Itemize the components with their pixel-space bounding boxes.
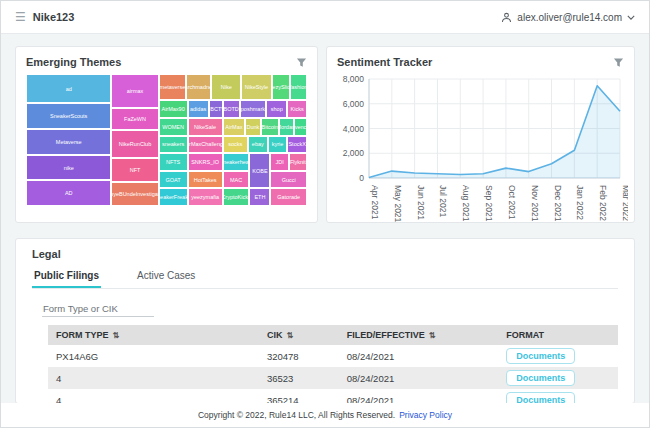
- treemap-tile[interactable]: MAC: [223, 171, 250, 189]
- col-header-form-type[interactable]: FORM TYPE⇅: [48, 325, 259, 345]
- treemap-tile[interactable]: AD: [26, 180, 111, 206]
- treemap-tile[interactable]: BOTD: [223, 100, 240, 118]
- treemap-tile[interactable]: SNKRS_IO: [188, 153, 223, 171]
- treemap-tile[interactable]: SneakerScouts: [26, 103, 111, 129]
- svg-text:Oct 2021: Oct 2021: [507, 185, 517, 220]
- treemap-tile[interactable]: NikeSale: [188, 118, 223, 136]
- tab-active-cases[interactable]: Active Cases: [135, 266, 197, 288]
- filter-icon[interactable]: [296, 57, 307, 68]
- filings-table: FORM TYPE⇅ CIK⇅ FILED/EFFECTIVE⇅ FORMAT …: [48, 325, 618, 403]
- svg-text:2,000: 2,000: [343, 148, 365, 158]
- format-cell: Documents: [498, 389, 618, 403]
- treemap-tile[interactable]: KanyeBUndeInvestigation: [111, 182, 158, 206]
- user-email: alex.oliver@rule14.com: [517, 12, 622, 23]
- treemap-tile[interactable]: marchmadness: [186, 74, 211, 100]
- treemap-tile[interactable]: ad: [26, 74, 111, 103]
- svg-text:May 2021: May 2021: [393, 185, 403, 223]
- format-cell: Documents: [498, 345, 618, 367]
- treemap-tile[interactable]: fashion: [290, 74, 307, 100]
- cik-cell: 36523: [259, 367, 339, 389]
- treemap-tile[interactable]: StockX: [287, 136, 307, 154]
- treemap-tile[interactable]: Flyknit: [289, 153, 307, 171]
- treemap-tile[interactable]: Givenchy: [294, 118, 307, 136]
- treemap-tile[interactable]: metaverse: [159, 74, 187, 100]
- treemap-tile[interactable]: Gatorade: [270, 188, 307, 206]
- svg-text:Aug 2021: Aug 2021: [461, 185, 471, 222]
- treemap-tile[interactable]: Gucci: [270, 171, 307, 189]
- svg-text:Jan 2022: Jan 2022: [575, 185, 585, 220]
- form-type-cell: 4: [48, 367, 259, 389]
- treemap-tile[interactable]: Kicks: [287, 100, 307, 118]
- sentiment-tracker-card: Sentiment Tracker 02,0004,0006,0008,000A…: [326, 46, 635, 223]
- sentiment-chart: 02,0004,0006,0008,000Apr 2021May 2021Jun…: [327, 74, 634, 232]
- treemap-tile[interactable]: nike: [26, 155, 111, 180]
- treemap-tile[interactable]: AirMax: [223, 118, 245, 136]
- cik-cell: 365214: [259, 389, 339, 403]
- treemap-tile[interactable]: HotTakes: [188, 171, 223, 189]
- sort-icon: ⇅: [429, 331, 436, 340]
- svg-text:Jun 2021: Jun 2021: [416, 185, 426, 220]
- svg-text:Dec 2021: Dec 2021: [553, 185, 563, 222]
- treemap-tile[interactable]: NikeStyle: [241, 74, 272, 100]
- treemap-tile[interactable]: NBCTV: [209, 100, 223, 118]
- treemap-tile[interactable]: JDI: [270, 153, 288, 171]
- filter-icon[interactable]: [613, 57, 624, 68]
- themes-treemap: adSneakerScoutsMetaversenikeADairmaxFaZe…: [26, 74, 307, 206]
- col-header-cik[interactable]: CIK⇅: [259, 325, 339, 345]
- treemap-tile[interactable]: SneakerFreaker: [159, 188, 188, 206]
- sort-icon: ⇅: [286, 331, 293, 340]
- table-row: PX14A6G32047808/24/2021Documents: [48, 345, 618, 367]
- top-bar: ☰ Nike123 alex.oliver@rule14.com: [1, 1, 649, 34]
- treemap-tile[interactable]: YeezySlides: [272, 74, 290, 100]
- chevron-down-icon: [627, 15, 635, 20]
- treemap-tile[interactable]: kyrie: [268, 136, 288, 154]
- menu-icon[interactable]: ☰: [15, 10, 26, 24]
- emerging-themes-title: Emerging Themes: [26, 56, 121, 68]
- treemap-tile[interactable]: NFTS: [159, 153, 188, 171]
- treemap-tile[interactable]: adidas: [188, 100, 209, 118]
- treemap-tile[interactable]: NikeRunClub: [111, 130, 158, 158]
- documents-button[interactable]: Documents: [506, 348, 575, 364]
- treemap-tile[interactable]: socks: [223, 136, 248, 154]
- treemap-tile[interactable]: sneakerhead: [223, 153, 250, 171]
- form-type-cik-input[interactable]: [42, 301, 154, 317]
- treemap-tile[interactable]: ebay: [248, 136, 268, 154]
- emerging-themes-card: Emerging Themes adSneakerScoutsMetaverse…: [15, 46, 318, 223]
- user-menu[interactable]: alex.oliver@rule14.com: [501, 12, 635, 23]
- treemap-tile[interactable]: CryptoKicks: [223, 188, 250, 206]
- filed-effective-cell: 08/24/2021: [339, 367, 499, 389]
- treemap-tile[interactable]: yeezymafia: [188, 188, 223, 206]
- treemap-tile[interactable]: ETH: [249, 188, 270, 206]
- treemap-tile[interactable]: sneakers: [159, 136, 188, 154]
- tab-public-filings[interactable]: Public Filings: [32, 266, 101, 288]
- svg-text:0: 0: [359, 173, 364, 183]
- sort-icon: ⇅: [113, 331, 120, 340]
- brand-name: Nike123: [33, 11, 75, 23]
- sentiment-tracker-title: Sentiment Tracker: [337, 56, 432, 68]
- treemap-tile[interactable]: Metaverse: [26, 129, 111, 155]
- col-header-filed-effective[interactable]: FILED/EFFECTIVE⇅: [339, 325, 499, 345]
- treemap-tile[interactable]: KOBE: [249, 153, 270, 188]
- legal-title: Legal: [32, 248, 618, 260]
- treemap-tile[interactable]: shop: [266, 100, 287, 118]
- app-window: ☰ Nike123 alex.oliver@rule14.com Emergin…: [0, 0, 650, 428]
- treemap-tile[interactable]: poshmark: [240, 100, 267, 118]
- table-row: 436521408/24/2021Documents: [48, 389, 618, 403]
- treemap-tile[interactable]: WOMEN: [159, 118, 188, 136]
- treemap-tile[interactable]: AirMax90: [159, 100, 188, 118]
- treemap-tile[interactable]: Dunk: [245, 118, 260, 136]
- form-type-cell: 4: [48, 389, 259, 403]
- documents-button[interactable]: Documents: [506, 392, 575, 403]
- privacy-policy-link[interactable]: Privacy Policy: [399, 410, 452, 420]
- filings-search-row: [32, 289, 618, 325]
- treemap-tile[interactable]: GOAT: [159, 171, 188, 189]
- treemap-tile[interactable]: FaZeWN: [111, 108, 158, 130]
- treemap-tile[interactable]: NFT: [111, 158, 158, 181]
- treemap-tile[interactable]: Nike: [211, 74, 241, 100]
- treemap-tile[interactable]: airmax: [111, 74, 158, 108]
- treemap-tile[interactable]: Jordan: [279, 118, 294, 136]
- format-cell: Documents: [498, 367, 618, 389]
- treemap-tile[interactable]: AirMaxChallenge: [188, 136, 223, 154]
- treemap-tile[interactable]: Bitcoin: [261, 118, 279, 136]
- documents-button[interactable]: Documents: [506, 370, 575, 386]
